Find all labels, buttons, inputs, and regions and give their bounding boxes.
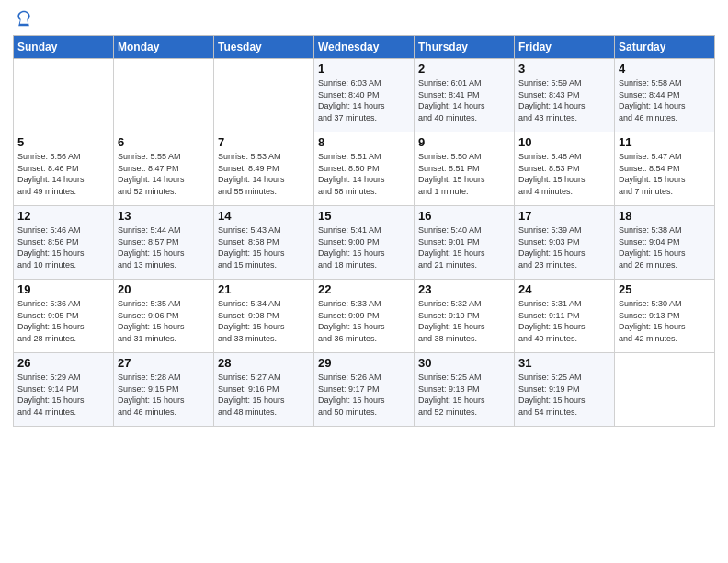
- logo-bird-icon: [15, 9, 33, 28]
- calendar-cell: 25Sunrise: 5:30 AM Sunset: 9:13 PM Dayli…: [615, 280, 715, 353]
- day-info: Sunrise: 5:31 AM Sunset: 9:11 PM Dayligh…: [518, 298, 610, 344]
- calendar-cell: 3Sunrise: 5:59 AM Sunset: 8:43 PM Daylig…: [515, 59, 615, 132]
- calendar-week-row: 26Sunrise: 5:29 AM Sunset: 9:14 PM Dayli…: [14, 353, 715, 427]
- day-info: Sunrise: 5:58 AM Sunset: 8:44 PM Dayligh…: [619, 77, 711, 123]
- day-number: 11: [619, 135, 711, 149]
- day-info: Sunrise: 5:36 AM Sunset: 9:05 PM Dayligh…: [17, 298, 109, 344]
- calendar-cell: 13Sunrise: 5:44 AM Sunset: 8:57 PM Dayli…: [114, 206, 214, 280]
- day-info: Sunrise: 5:39 AM Sunset: 9:03 PM Dayligh…: [518, 224, 610, 270]
- calendar-cell: 11Sunrise: 5:47 AM Sunset: 8:54 PM Dayli…: [615, 132, 715, 206]
- calendar-cell: 21Sunrise: 5:34 AM Sunset: 9:08 PM Dayli…: [214, 280, 314, 353]
- day-header-tuesday: Tuesday: [214, 36, 314, 59]
- day-number: 18: [619, 209, 711, 223]
- day-number: 17: [518, 209, 610, 223]
- day-info: Sunrise: 5:30 AM Sunset: 9:13 PM Dayligh…: [619, 298, 711, 344]
- day-info: Sunrise: 5:34 AM Sunset: 9:08 PM Dayligh…: [218, 298, 310, 344]
- day-info: Sunrise: 5:55 AM Sunset: 8:47 PM Dayligh…: [118, 151, 210, 197]
- calendar-cell: 8Sunrise: 5:51 AM Sunset: 8:50 PM Daylig…: [314, 132, 415, 206]
- calendar-cell: 16Sunrise: 5:40 AM Sunset: 9:01 PM Dayli…: [415, 206, 515, 280]
- day-info: Sunrise: 5:25 AM Sunset: 9:18 PM Dayligh…: [418, 372, 510, 418]
- calendar-cell: 27Sunrise: 5:28 AM Sunset: 9:15 PM Dayli…: [114, 353, 214, 427]
- day-number: 7: [218, 135, 310, 149]
- calendar-cell: 20Sunrise: 5:35 AM Sunset: 9:06 PM Dayli…: [114, 280, 214, 353]
- day-info: Sunrise: 6:01 AM Sunset: 8:41 PM Dayligh…: [418, 77, 510, 123]
- day-number: 27: [118, 356, 210, 370]
- day-number: 21: [218, 282, 310, 296]
- day-info: Sunrise: 5:28 AM Sunset: 9:15 PM Dayligh…: [118, 372, 210, 418]
- calendar-cell: 10Sunrise: 5:48 AM Sunset: 8:53 PM Dayli…: [515, 132, 615, 206]
- day-number: 20: [118, 282, 210, 296]
- calendar-cell: 12Sunrise: 5:46 AM Sunset: 8:56 PM Dayli…: [14, 206, 114, 280]
- day-number: 25: [619, 282, 711, 296]
- calendar-cell: 5Sunrise: 5:56 AM Sunset: 8:46 PM Daylig…: [14, 132, 114, 206]
- calendar-week-row: 1Sunrise: 6:03 AM Sunset: 8:40 PM Daylig…: [14, 59, 715, 132]
- day-info: Sunrise: 5:56 AM Sunset: 8:46 PM Dayligh…: [17, 151, 109, 197]
- day-info: Sunrise: 5:51 AM Sunset: 8:50 PM Dayligh…: [318, 151, 410, 197]
- day-number: 2: [418, 62, 510, 75]
- day-number: 10: [518, 135, 610, 149]
- day-number: 24: [518, 282, 610, 296]
- day-number: 6: [118, 135, 210, 149]
- day-header-wednesday: Wednesday: [314, 36, 415, 59]
- calendar-cell: 4Sunrise: 5:58 AM Sunset: 8:44 PM Daylig…: [615, 59, 715, 132]
- calendar-week-row: 12Sunrise: 5:46 AM Sunset: 8:56 PM Dayli…: [14, 206, 715, 280]
- day-info: Sunrise: 5:48 AM Sunset: 8:53 PM Dayligh…: [518, 151, 610, 197]
- day-info: Sunrise: 5:59 AM Sunset: 8:43 PM Dayligh…: [518, 77, 610, 123]
- day-number: 5: [17, 135, 109, 149]
- calendar-cell: 18Sunrise: 5:38 AM Sunset: 9:04 PM Dayli…: [615, 206, 715, 280]
- days-header-row: SundayMondayTuesdayWednesdayThursdayFrid…: [14, 36, 715, 59]
- calendar-cell: [214, 59, 314, 132]
- calendar-cell: 1Sunrise: 6:03 AM Sunset: 8:40 PM Daylig…: [314, 59, 415, 132]
- calendar-cell: 26Sunrise: 5:29 AM Sunset: 9:14 PM Dayli…: [14, 353, 114, 427]
- day-info: Sunrise: 6:03 AM Sunset: 8:40 PM Dayligh…: [318, 77, 410, 123]
- calendar-cell: 17Sunrise: 5:39 AM Sunset: 9:03 PM Dayli…: [515, 206, 615, 280]
- day-number: 30: [418, 356, 510, 370]
- calendar-cell: 19Sunrise: 5:36 AM Sunset: 9:05 PM Dayli…: [14, 280, 114, 353]
- day-number: 23: [418, 282, 510, 296]
- day-header-sunday: Sunday: [14, 36, 114, 59]
- day-info: Sunrise: 5:50 AM Sunset: 8:51 PM Dayligh…: [418, 151, 510, 197]
- day-number: 3: [518, 62, 610, 75]
- calendar-cell: 22Sunrise: 5:33 AM Sunset: 9:09 PM Dayli…: [314, 280, 415, 353]
- calendar-cell: 29Sunrise: 5:26 AM Sunset: 9:17 PM Dayli…: [314, 353, 415, 427]
- calendar-cell: 24Sunrise: 5:31 AM Sunset: 9:11 PM Dayli…: [515, 280, 615, 353]
- day-number: 14: [218, 209, 310, 223]
- day-header-monday: Monday: [114, 36, 214, 59]
- day-info: Sunrise: 5:32 AM Sunset: 9:10 PM Dayligh…: [418, 298, 510, 344]
- day-number: 1: [318, 62, 410, 75]
- day-info: Sunrise: 5:27 AM Sunset: 9:16 PM Dayligh…: [218, 372, 310, 418]
- day-number: 16: [418, 209, 510, 223]
- day-info: Sunrise: 5:29 AM Sunset: 9:14 PM Dayligh…: [17, 372, 109, 418]
- calendar-cell: [615, 353, 715, 427]
- day-info: Sunrise: 5:43 AM Sunset: 8:58 PM Dayligh…: [218, 224, 310, 270]
- calendar-cell: 31Sunrise: 5:25 AM Sunset: 9:19 PM Dayli…: [515, 353, 615, 427]
- day-info: Sunrise: 5:53 AM Sunset: 8:49 PM Dayligh…: [218, 151, 310, 197]
- calendar-cell: 15Sunrise: 5:41 AM Sunset: 9:00 PM Dayli…: [314, 206, 415, 280]
- day-number: 22: [318, 282, 410, 296]
- page-container: SundayMondayTuesdayWednesdayThursdayFrid…: [0, 0, 728, 434]
- day-info: Sunrise: 5:47 AM Sunset: 8:54 PM Dayligh…: [619, 151, 711, 197]
- day-number: 15: [318, 209, 410, 223]
- day-info: Sunrise: 5:41 AM Sunset: 9:00 PM Dayligh…: [318, 224, 410, 270]
- day-header-saturday: Saturday: [615, 36, 715, 59]
- calendar-cell: 28Sunrise: 5:27 AM Sunset: 9:16 PM Dayli…: [214, 353, 314, 427]
- calendar-cell: 2Sunrise: 6:01 AM Sunset: 8:41 PM Daylig…: [415, 59, 515, 132]
- day-number: 19: [17, 282, 109, 296]
- day-number: 4: [619, 62, 711, 75]
- calendar-cell: 6Sunrise: 5:55 AM Sunset: 8:47 PM Daylig…: [114, 132, 214, 206]
- day-number: 31: [518, 356, 610, 370]
- day-info: Sunrise: 5:40 AM Sunset: 9:01 PM Dayligh…: [418, 224, 510, 270]
- day-number: 12: [17, 209, 109, 223]
- day-number: 28: [218, 356, 310, 370]
- day-header-thursday: Thursday: [415, 36, 515, 59]
- logo: [13, 9, 33, 28]
- day-number: 8: [318, 135, 410, 149]
- day-number: 13: [118, 209, 210, 223]
- day-info: Sunrise: 5:38 AM Sunset: 9:04 PM Dayligh…: [619, 224, 711, 270]
- calendar-cell: 23Sunrise: 5:32 AM Sunset: 9:10 PM Dayli…: [415, 280, 515, 353]
- day-info: Sunrise: 5:26 AM Sunset: 9:17 PM Dayligh…: [318, 372, 410, 418]
- day-number: 29: [318, 356, 410, 370]
- calendar-table: SundayMondayTuesdayWednesdayThursdayFrid…: [13, 35, 715, 427]
- header: [13, 9, 715, 28]
- calendar-week-row: 5Sunrise: 5:56 AM Sunset: 8:46 PM Daylig…: [14, 132, 715, 206]
